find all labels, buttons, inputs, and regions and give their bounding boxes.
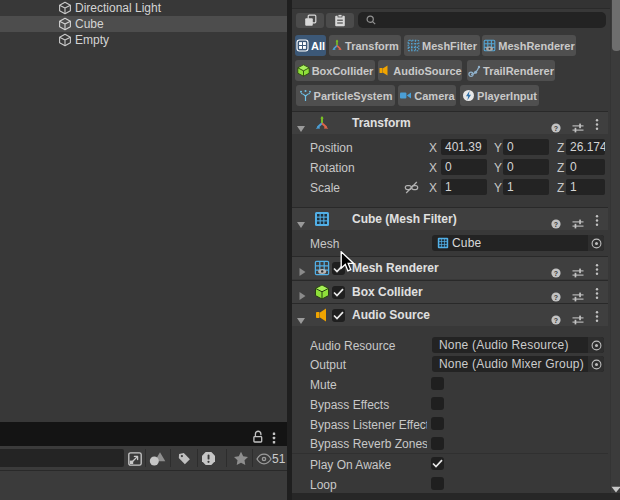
inspector-top-band	[292, 0, 620, 9]
transform-header[interactable]: Transform ?	[292, 111, 608, 134]
popout-icon[interactable]	[127, 451, 143, 467]
scale-z-field[interactable]: 1	[566, 179, 605, 195]
output-field[interactable]: None (Audio Mixer Group)	[432, 356, 604, 372]
loop-checkbox[interactable]	[431, 477, 444, 490]
rotation-z-field[interactable]: 0	[566, 159, 605, 175]
presets-icon[interactable]	[572, 311, 584, 329]
mesh-filter-header[interactable]: Cube (Mesh Filter) ?	[292, 207, 608, 230]
mesh-object-field[interactable]: Cube	[432, 235, 604, 251]
presets-icon[interactable]	[572, 119, 584, 137]
left-bottom-area	[0, 471, 287, 500]
kebab-menu-icon[interactable]	[595, 117, 599, 135]
hierarchy-item-cube[interactable]: Cube	[0, 16, 287, 32]
tag-icon[interactable]	[177, 452, 191, 466]
lock-icon[interactable]	[253, 430, 264, 443]
link-broken-icon[interactable]	[404, 181, 419, 194]
kebab-menu-icon[interactable]	[595, 262, 599, 280]
filter-chip-meshfilter[interactable]: MeshFilter	[404, 35, 480, 56]
copy-component-button[interactable]	[296, 13, 324, 28]
trailrenderer-icon	[468, 64, 481, 77]
hierarchy-item-label: Empty	[75, 33, 109, 47]
transform-icon	[331, 39, 343, 52]
filter-chip-particlesystem[interactable]: ParticleSystem	[296, 85, 395, 106]
bottom-window-toolbar: 51	[0, 446, 287, 471]
gameobject-cube-icon	[58, 17, 72, 31]
star-icon[interactable]	[233, 451, 249, 466]
svg-text:?: ?	[554, 294, 558, 301]
bypass-listener-checkbox[interactable]	[431, 417, 444, 430]
rotation-y-field[interactable]: 0	[503, 159, 549, 175]
scroll-down-icon[interactable]	[611, 486, 620, 493]
hierarchy-item-directional-light[interactable]: Directional Light	[0, 0, 287, 16]
paste-icon	[334, 14, 346, 27]
svg-text:?: ?	[554, 270, 558, 277]
position-x-field[interactable]: 401.39	[441, 139, 487, 155]
presets-icon[interactable]	[572, 215, 584, 233]
filter-chip-camera[interactable]: Camera	[398, 85, 456, 106]
kebab-menu-icon[interactable]	[595, 309, 599, 327]
filter-chip-playerinput[interactable]: PlayerInput	[460, 85, 539, 106]
unity-editor-window: Directional Light Cube Empty	[0, 0, 620, 500]
boxcollider-icon	[297, 64, 310, 77]
playerinput-icon	[462, 89, 475, 102]
svg-text:?: ?	[554, 317, 558, 324]
help-icon[interactable]: ?	[551, 215, 561, 233]
inspector-scrollbar[interactable]	[610, 0, 620, 493]
box-collider-header[interactable]: Box Collider ?	[292, 280, 608, 303]
bypass-effects-checkbox[interactable]	[431, 397, 444, 410]
object-picker-icon[interactable]	[588, 337, 604, 353]
eye-icon[interactable]	[256, 453, 272, 465]
filter-chip-boxcollider[interactable]: BoxCollider	[295, 60, 375, 81]
kebab-menu-icon[interactable]	[595, 213, 599, 231]
play-on-awake-checkbox[interactable]	[431, 457, 444, 470]
paste-component-button[interactable]	[326, 13, 354, 28]
gameobject-cube-icon	[58, 33, 72, 47]
search-icon	[366, 15, 376, 25]
mute-checkbox[interactable]	[431, 377, 444, 390]
scrollbar-thumb[interactable]	[612, 0, 620, 51]
position-y-field[interactable]: 0	[503, 139, 549, 155]
hierarchy-item-label: Cube	[75, 17, 104, 31]
help-icon[interactable]: ?	[551, 311, 561, 329]
audio-resource-field[interactable]: None (Audio Resource)	[432, 337, 604, 353]
svg-text:?: ?	[554, 125, 558, 132]
bottom-window-tabbar	[0, 422, 287, 446]
visible-count: 51	[272, 452, 285, 466]
shapes-icon[interactable]	[149, 451, 166, 467]
svg-text:?: ?	[554, 221, 558, 228]
audio-source-header[interactable]: Audio Source ?	[292, 303, 608, 326]
meshfilter-icon	[437, 237, 449, 249]
inspector-panel: All Transform MeshFilter MeshRenderer Bo…	[292, 0, 620, 500]
camera-icon	[399, 89, 412, 102]
copy-icon	[304, 14, 317, 27]
all-icon	[296, 39, 309, 52]
help-icon[interactable]: ?	[551, 119, 561, 137]
meshrenderer-icon	[483, 39, 496, 52]
inspector-bottom-strip	[292, 493, 620, 500]
warning-icon[interactable]	[201, 451, 216, 466]
filter-chip-trailrenderer[interactable]: TrailRenderer	[467, 60, 555, 81]
scale-x-field[interactable]: 1	[441, 179, 487, 195]
particlesystem-icon	[299, 89, 312, 102]
audiosource-icon	[378, 64, 391, 77]
object-picker-icon[interactable]	[588, 356, 604, 372]
filter-chip-transform[interactable]: Transform	[329, 35, 401, 56]
check-icon	[432, 459, 443, 468]
scale-y-field[interactable]: 1	[503, 179, 549, 195]
mouse-cursor	[340, 251, 354, 273]
filter-chip-all[interactable]: All	[295, 35, 326, 56]
bottom-search-field[interactable]	[0, 449, 124, 467]
bypass-reverb-checkbox[interactable]	[431, 437, 444, 450]
kebab-menu-icon[interactable]	[272, 432, 276, 444]
gameobject-cube-icon	[58, 1, 72, 15]
hierarchy-panel: Directional Light Cube Empty	[0, 0, 287, 500]
filter-chip-meshrenderer[interactable]: MeshRenderer	[482, 35, 576, 56]
hierarchy-item-empty[interactable]: Empty	[0, 32, 287, 48]
rotation-x-field[interactable]: 0	[441, 159, 487, 175]
object-picker-icon[interactable]	[588, 235, 604, 251]
kebab-menu-icon[interactable]	[595, 286, 599, 304]
filter-chip-audiosource[interactable]: AudioSource	[378, 60, 462, 81]
search-input[interactable]	[358, 12, 606, 28]
position-z-field[interactable]: 26.174	[566, 139, 605, 155]
meshfilter-icon	[407, 39, 420, 52]
